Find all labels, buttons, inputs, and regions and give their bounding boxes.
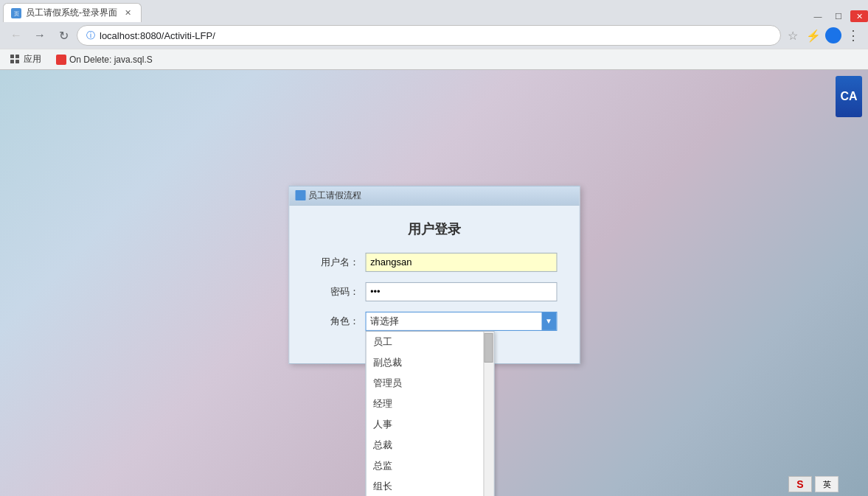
role-select-container: 请选择 ▼ 员工 副总裁 管理员 经理 人事 总裁 总监 组: [365, 311, 557, 330]
role-option-admin[interactable]: 管理员: [366, 372, 493, 393]
svg-rect-2: [10, 55, 14, 58]
tab-bar: 页 员工请假系统-登录界面 ✕ — ☐ ✕: [0, 0, 868, 22]
svg-rect-3: [15, 55, 19, 58]
bookmark-icon-red: [56, 55, 66, 65]
svg-text:页: 页: [14, 11, 19, 17]
profile-button[interactable]: [825, 27, 841, 43]
role-option-hr[interactable]: 人事: [366, 413, 493, 434]
extensions-button[interactable]: ⚡: [805, 27, 822, 44]
role-select-text: 请选择: [370, 314, 541, 327]
bookmark-label-1: On Delete: java.sql.S: [69, 55, 153, 65]
window-controls: — ☐ ✕: [809, 10, 868, 22]
page-content: CA 员工请假流程 用户登录 用户名： 密码： 角色：: [0, 70, 868, 496]
dropdown-scrollbar[interactable]: [483, 331, 493, 496]
role-option-employee[interactable]: 员工: [366, 331, 493, 352]
password-input[interactable]: [365, 282, 557, 301]
bookmark-item-1[interactable]: On Delete: java.sql.S: [52, 53, 157, 66]
login-dialog: 员工请假流程 用户登录 用户名： 密码： 角色： 请选择 ▼: [288, 185, 580, 363]
username-label: 用户名：: [311, 255, 359, 268]
apps-grid-icon: [10, 55, 21, 65]
url-text: localhost:8080/Activiti-LFP/: [100, 30, 771, 41]
role-option-manager[interactable]: 经理: [366, 393, 493, 413]
role-option-vp[interactable]: 副总裁: [366, 352, 493, 372]
dialog-title-bar: 员工请假流程: [289, 186, 579, 205]
role-option-supervisor[interactable]: 总监: [366, 455, 493, 475]
back-button[interactable]: ←: [6, 25, 27, 46]
role-option-president[interactable]: 总裁: [366, 434, 493, 455]
tab-close-button[interactable]: ✕: [122, 7, 133, 19]
close-button[interactable]: ✕: [850, 10, 868, 22]
ime-indicator: S 英: [788, 476, 839, 492]
apps-label: 应用: [24, 53, 41, 66]
role-row: 角色： 请选择 ▼ 员工 副总裁 管理员 经理 人事: [311, 311, 557, 330]
role-label: 角色：: [311, 314, 359, 327]
refresh-button[interactable]: ↻: [53, 25, 74, 46]
apps-bookmark[interactable]: 应用: [6, 52, 46, 67]
bookmark-star-button[interactable]: ☆: [784, 27, 802, 44]
username-row: 用户名：: [311, 252, 557, 271]
role-dropdown-arrow: ▼: [541, 312, 556, 329]
browser-chrome: 页 员工请假系统-登录界面 ✕ — ☐ ✕ ← → ↻ ⓘ localhost:…: [0, 0, 868, 70]
forward-button[interactable]: →: [29, 25, 50, 46]
lock-icon: ⓘ: [86, 29, 95, 42]
svg-rect-5: [15, 60, 19, 63]
tab-favicon: 页: [11, 8, 21, 18]
password-row: 密码：: [311, 282, 557, 301]
active-tab[interactable]: 页 员工请假系统-登录界面 ✕: [3, 3, 142, 22]
role-dropdown-menu: 员工 副总裁 管理员 经理 人事 总裁 总监 组长: [365, 330, 494, 496]
tab-title: 员工请假系统-登录界面: [26, 7, 117, 19]
address-bar[interactable]: ⓘ localhost:8080/Activiti-LFP/: [77, 25, 781, 46]
ca-badge: CA: [836, 76, 862, 117]
ime-language[interactable]: 英: [815, 476, 839, 492]
username-input[interactable]: [365, 252, 557, 271]
scroll-thumb: [485, 332, 493, 362]
role-select[interactable]: 请选择 ▼: [365, 311, 557, 330]
svg-rect-4: [10, 60, 14, 63]
dialog-icon: [295, 190, 305, 200]
minimize-button[interactable]: —: [809, 10, 827, 22]
ime-icon[interactable]: S: [788, 476, 812, 492]
menu-button[interactable]: ⋮: [844, 27, 862, 44]
password-label: 密码：: [311, 284, 359, 298]
dialog-header: 用户登录: [311, 220, 557, 237]
maximize-button[interactable]: ☐: [830, 10, 847, 22]
address-bar-row: ← → ↻ ⓘ localhost:8080/Activiti-LFP/ ☆ ⚡…: [0, 22, 868, 49]
dialog-title: 员工请假流程: [308, 189, 361, 201]
bookmarks-bar: 应用 On Delete: java.sql.S: [0, 49, 868, 69]
dialog-body: 用户登录 用户名： 密码： 角色： 请选择 ▼: [289, 205, 579, 363]
role-option-team-leader[interactable]: 组长: [366, 475, 493, 496]
